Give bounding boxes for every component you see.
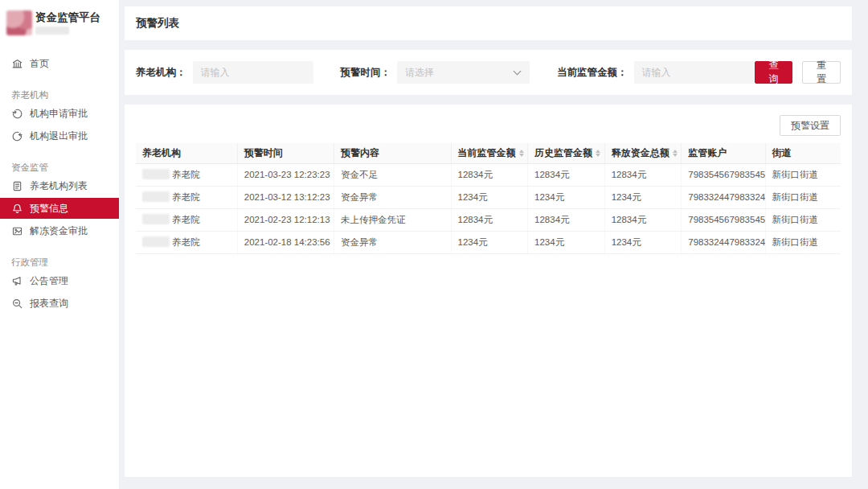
redacted-name-prefix xyxy=(142,169,170,179)
table-cell-org: 养老院 xyxy=(136,186,237,208)
search-button[interactable]: 查询 xyxy=(755,61,793,84)
table-card: 预警设置 养老机构预警时间预警内容当前监管金额历史监管金额释放资金总额监管账户街… xyxy=(125,105,852,477)
login-arrow-icon xyxy=(11,108,23,119)
reset-button[interactable]: 重置 xyxy=(802,61,841,84)
table-cell-street: 新街口街道 xyxy=(765,186,841,208)
main-area: 预警列表 养老机构： 预警时间： 请选择 当前监管金额： 查询 重置 预警设置 … xyxy=(125,0,852,489)
sort-icon[interactable] xyxy=(673,150,678,157)
column-header-label: 释放资金总额 xyxy=(612,146,669,160)
table-cell-account: 7983545679835456 xyxy=(682,208,765,231)
page-title: 预警列表 xyxy=(136,16,179,31)
table-cell-released: 1234元 xyxy=(604,231,682,253)
column-header-label: 养老机构 xyxy=(142,146,181,160)
sidebar-item-home[interactable]: 首页 xyxy=(0,53,119,74)
table-cell-history: 1234元 xyxy=(528,186,605,208)
table-cell-content: 资金异常 xyxy=(334,186,451,208)
column-header[interactable]: 历史监管金额 xyxy=(528,143,605,163)
time-filter-select[interactable]: 请选择 xyxy=(397,61,530,84)
redacted-name-prefix xyxy=(142,214,170,224)
sort-icon[interactable] xyxy=(519,150,524,157)
table-row: 养老院2021-03-23 12:23:23资金不足12834元12834元12… xyxy=(136,163,841,186)
sidebar-item-label: 报表查询 xyxy=(30,297,68,310)
magnifier-icon xyxy=(11,298,23,309)
brand-title: 资金监管平台 xyxy=(35,10,119,24)
sidebar-item-warning-info[interactable]: 预警信息 xyxy=(0,198,119,219)
sidebar-item-label: 预警信息 xyxy=(30,202,68,216)
bell-icon xyxy=(11,203,23,214)
table-cell-org: 养老院 xyxy=(136,208,237,231)
document-list-icon xyxy=(11,180,23,191)
table-cell-org: 养老院 xyxy=(136,163,237,186)
brand-subtitle-redacted xyxy=(35,27,69,35)
redacted-name-prefix xyxy=(142,191,170,202)
table-cell-current: 1234元 xyxy=(451,231,528,253)
table-cell-time: 2021-02-18 14:23:56 xyxy=(237,231,334,253)
column-header-label: 监管账户 xyxy=(688,146,727,160)
amount-filter-input[interactable] xyxy=(634,61,755,84)
logo-redacted xyxy=(6,10,32,35)
table-cell-account: 7983545679835456 xyxy=(682,163,765,186)
column-header-label: 预警时间 xyxy=(244,146,283,160)
amount-filter-label: 当前监管金额： xyxy=(557,66,628,80)
table-cell-content: 资金异常 xyxy=(334,231,451,253)
org-filter-input[interactable] xyxy=(193,61,313,84)
table-cell-current: 12834元 xyxy=(451,208,528,231)
table-cell-account: 7983324479833244 xyxy=(682,186,765,208)
column-header-label: 预警内容 xyxy=(341,146,379,160)
table-cell-account: 7983324479833244 xyxy=(682,231,765,253)
time-filter-label: 预警时间： xyxy=(341,66,391,80)
table-cell-street: 新街口街道 xyxy=(765,231,841,253)
table-cell-history: 12834元 xyxy=(528,163,605,186)
table-cell-street: 新街口街道 xyxy=(765,208,841,231)
table-cell-released: 12834元 xyxy=(604,208,682,231)
table-cell-current: 12834元 xyxy=(451,163,528,186)
page-header: 预警列表 xyxy=(125,6,852,40)
table-body: 养老院2021-03-23 12:23:23资金不足12834元12834元12… xyxy=(136,163,841,253)
table-cell-content: 未上传押金凭证 xyxy=(334,208,451,231)
sidebar-item-org-exit-approval[interactable]: 机构退出审批 xyxy=(0,125,119,146)
megaphone-icon xyxy=(11,275,23,286)
sidebar-item-unfreeze-approval[interactable]: 解冻资金审批 xyxy=(0,220,119,241)
table-header-row: 养老机构预警时间预警内容当前监管金额历史监管金额释放资金总额监管账户街道 xyxy=(136,143,841,163)
sidebar-item-label: 养老机构列表 xyxy=(30,179,88,193)
column-header: 养老机构 xyxy=(136,143,237,163)
sidebar-item-org-apply-approval[interactable]: 机构申请审批 xyxy=(0,103,119,124)
column-header: 街道 xyxy=(765,143,841,163)
sidebar-section-admin-mgmt: 行政管理 xyxy=(0,254,119,270)
column-header-label: 当前监管金额 xyxy=(458,146,516,160)
filter-bar: 养老机构： 预警时间： 请选择 当前监管金额： 查询 重置 xyxy=(125,50,852,95)
org-filter-label: 养老机构： xyxy=(136,66,186,80)
sidebar-item-label: 机构申请审批 xyxy=(30,107,88,121)
table-cell-history: 1234元 xyxy=(528,231,605,253)
time-filter-placeholder[interactable]: 请选择 xyxy=(397,61,530,84)
column-header-label: 街道 xyxy=(772,146,792,160)
sidebar: 资金监管平台 首页养老机构机构申请审批机构退出审批资金监管养老机构列表预警信息解… xyxy=(0,0,119,489)
warning-settings-button[interactable]: 预警设置 xyxy=(780,115,841,136)
sidebar-item-report-query[interactable]: 报表查询 xyxy=(0,293,119,314)
column-header: 预警内容 xyxy=(334,143,451,163)
sidebar-item-notice-mgmt[interactable]: 公告管理 xyxy=(0,270,119,291)
sidebar-item-label: 公告管理 xyxy=(30,274,68,288)
table-row: 养老院2021-03-12 13:12:23资金异常1234元1234元1234… xyxy=(136,186,841,208)
brand: 资金监管平台 xyxy=(0,0,119,42)
table-cell-org: 养老院 xyxy=(136,231,237,253)
table-cell-released: 1234元 xyxy=(604,186,682,208)
warning-table: 养老机构预警时间预警内容当前监管金额历史监管金额释放资金总额监管账户街道 养老院… xyxy=(136,143,841,254)
column-header[interactable]: 释放资金总额 xyxy=(604,143,682,163)
sidebar-item-label: 机构退出审批 xyxy=(30,129,88,143)
sidebar-section-pension-org: 养老机构 xyxy=(0,87,119,103)
sidebar-item-label: 解冻资金审批 xyxy=(30,224,88,238)
sidebar-menu: 首页养老机构机构申请审批机构退出审批资金监管养老机构列表预警信息解冻资金审批行政… xyxy=(0,53,119,314)
table-cell-time: 2021-02-23 12:12:13 xyxy=(237,208,334,231)
table-cell-content: 资金不足 xyxy=(334,163,451,186)
table-cell-current: 1234元 xyxy=(451,186,528,208)
bank-icon xyxy=(11,58,23,69)
sidebar-item-org-list[interactable]: 养老机构列表 xyxy=(0,175,119,196)
logout-arrow-icon xyxy=(11,130,23,142)
table-cell-history: 12834元 xyxy=(528,208,605,231)
column-header: 预警时间 xyxy=(237,143,334,163)
sidebar-item-label: 首页 xyxy=(30,57,49,71)
column-header[interactable]: 当前监管金额 xyxy=(451,143,528,163)
table-cell-released: 12834元 xyxy=(604,163,682,186)
sort-icon[interactable] xyxy=(596,150,600,157)
